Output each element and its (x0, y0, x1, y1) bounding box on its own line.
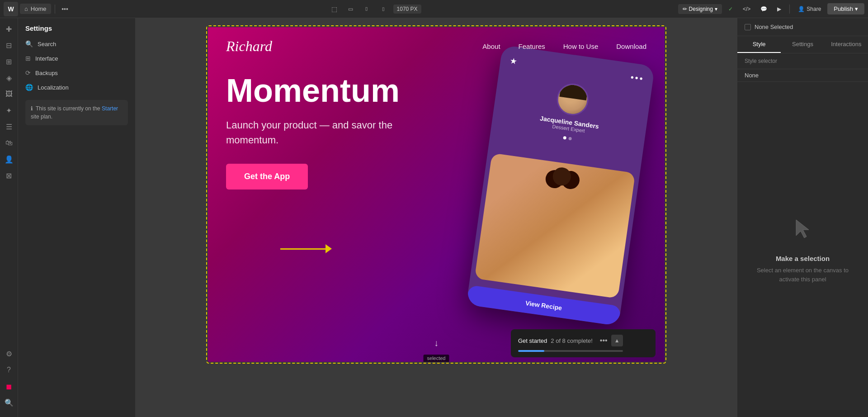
canvas-width[interactable]: 1070 PX (393, 5, 421, 14)
components-button[interactable]: ◈ (2, 71, 16, 85)
desktop-device-button[interactable]: ⬚ (328, 3, 341, 15)
mobile-icon: ▯ (382, 6, 385, 11)
topbar-left: W ⌂ Home ••• (4, 2, 71, 16)
topbar-divider (55, 5, 55, 14)
settings-localization-label: Localization (38, 84, 69, 91)
cta-button[interactable]: Get the App (226, 164, 308, 190)
empty-state-title: Make a selection (776, 255, 830, 262)
share-label: Share (807, 6, 821, 12)
assets-icon: 🖼 (5, 90, 13, 98)
members-icon: 👤 (5, 155, 14, 164)
logo-button[interactable]: W (4, 2, 18, 16)
tab-style[interactable]: Style (737, 36, 781, 53)
interactions-button[interactable]: ✦ (2, 103, 16, 118)
nav-download[interactable]: Download (616, 43, 646, 50)
chevron-down-icon: ▾ (715, 6, 717, 12)
none-selected-checkbox[interactable] (745, 24, 751, 30)
settings-interface-item[interactable]: ⊞ Interface (18, 51, 135, 66)
topbar-right: ✏ Designing ▾ ✓ </> 💬 ▶ 👤 Share Publish … (678, 3, 864, 14)
tablet-portrait-icon: ▭ (364, 7, 369, 11)
site-logo: Richard (226, 38, 272, 55)
get-started-label: Get started (518, 337, 547, 344)
tablet-portrait-button[interactable]: ▭ (361, 3, 373, 15)
designing-mode-button[interactable]: ✏ Designing ▾ (678, 4, 722, 14)
comment-icon: 💬 (760, 6, 767, 12)
settings-search-label: Search (38, 41, 56, 47)
nav-features[interactable]: Features (519, 43, 545, 50)
plan-info-banner: ℹThis site is currently on the Starter s… (25, 100, 128, 125)
plan-link[interactable]: Starter (102, 105, 118, 112)
ecommerce-button[interactable]: 🛍 (2, 136, 16, 150)
pages-button[interactable]: ⊞ (2, 54, 16, 69)
topbar-divider-2 (789, 5, 790, 14)
empty-state-description: Select an element on the canvas to activ… (746, 266, 859, 284)
design-icon: ✏ (683, 6, 687, 12)
gear-icon: ⚙ (6, 350, 12, 358)
add-element-button[interactable]: ✚ (2, 22, 16, 36)
assets-button[interactable]: 🖼 (2, 87, 16, 101)
style-selector-value[interactable]: None (737, 69, 868, 82)
chevron-down-icon: ▾ (855, 5, 858, 12)
record-button[interactable]: ◼ (2, 379, 16, 393)
settings-localization-item[interactable]: 🌐 Localization (18, 80, 135, 95)
info-icon: ℹ (31, 105, 33, 112)
zoom-button[interactable]: 🔍 (2, 395, 16, 410)
arrow-head (326, 244, 332, 253)
home-button[interactable]: ⌂ Home (20, 4, 51, 14)
help-button[interactable]: ? (2, 363, 16, 377)
comment-button[interactable]: 💬 (757, 4, 771, 14)
validate-button[interactable]: ✓ (725, 4, 736, 14)
share-button[interactable]: 👤 Share (794, 4, 825, 14)
settings-rail-button[interactable]: ⚙ (2, 346, 16, 361)
tab-interactions[interactable]: Interactions (825, 36, 868, 53)
settings-backups-label: Backups (35, 70, 58, 76)
hero-title: Momentum (226, 73, 646, 109)
tablet-landscape-icon: ▭ (348, 6, 353, 12)
nav-about[interactable]: About (482, 43, 500, 50)
nav-links: About Features How to Use Download (482, 43, 646, 50)
settings-interface-label: Interface (35, 55, 58, 62)
right-panel: None Selected Style Settings Interaction… (737, 18, 868, 417)
components-icon: ◈ (6, 74, 12, 82)
more-options-icon[interactable]: ••• (600, 336, 608, 345)
collapse-button[interactable]: ▲ (611, 335, 623, 346)
interface-icon: ⊞ (25, 55, 31, 62)
icon-rail: ✚ ⊟ ⊞ ◈ 🖼 ✦ ☰ 🛍 👤 ⊠ ⚙ (0, 18, 18, 417)
question-icon: ? (7, 366, 11, 374)
code-button[interactable]: </> (739, 4, 754, 14)
mobile-button[interactable]: ▯ (377, 3, 390, 15)
tablet-landscape-button[interactable]: ▭ (344, 3, 357, 15)
preview-nav: Richard About Features How to Use Downlo… (208, 27, 665, 55)
website-preview[interactable]: Richard About Features How to Use Downlo… (208, 27, 665, 362)
nav-how-to-use[interactable]: How to Use (563, 43, 599, 50)
tab-settings[interactable]: Settings (781, 36, 824, 53)
checkmark-icon: ✓ (728, 6, 733, 12)
preview-button[interactable]: ▶ (774, 4, 785, 14)
members-button[interactable]: 👤 (2, 152, 16, 166)
layers-icon: ⊟ (6, 41, 12, 50)
publish-button[interactable]: Publish ▾ (827, 3, 864, 14)
canvas-area[interactable]: Richard About Features How to Use Downlo… (136, 18, 737, 417)
desktop-icon: ⬚ (331, 5, 337, 13)
code-icon: </> (743, 6, 750, 12)
settings-search-item[interactable]: 🔍 Search (18, 37, 135, 51)
search-icon: 🔍 (25, 40, 33, 47)
settings-backups-item[interactable]: ⟳ Backups (18, 66, 135, 80)
cms-button[interactable]: ☰ (2, 119, 16, 134)
forms-icon: ⊠ (6, 171, 12, 180)
get-started-content: Get started 2 of 8 complete! ••• ▲ (518, 335, 623, 352)
record-icon: ◼ (6, 382, 12, 391)
forms-button[interactable]: ⊠ (2, 168, 16, 183)
arrow-annotation (280, 244, 332, 253)
more-options-button[interactable]: ••• (59, 3, 71, 15)
settings-title: Settings (18, 18, 135, 37)
arrow-line (280, 248, 326, 250)
hero-content: Momentum Launch your product — and savor… (208, 55, 665, 190)
layers-button[interactable]: ⊟ (2, 38, 16, 52)
more-icon: ••• (61, 5, 68, 13)
scroll-down-icon: ↓ (434, 338, 439, 348)
hero-section: Richard About Features How to Use Downlo… (208, 27, 665, 362)
progress-bar (518, 350, 623, 352)
settings-panel: Settings 🔍 Search ⊞ Interface ⟳ Backups … (18, 18, 136, 417)
rp-top-bar: None Selected (737, 18, 868, 36)
